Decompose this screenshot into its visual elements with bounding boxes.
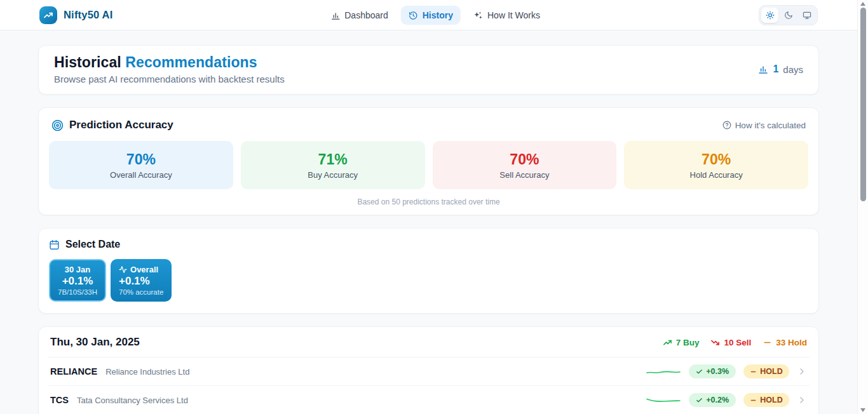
monitor-icon <box>803 11 811 20</box>
nav-label: History <box>423 10 453 20</box>
stat-value: 70% <box>702 151 731 168</box>
calendar-icon <box>49 239 60 250</box>
theme-system-button[interactable] <box>798 8 815 23</box>
stock-name: Reliance Industries Ltd <box>105 367 189 377</box>
check-icon <box>696 397 703 404</box>
accuracy-footnote: Based on 50 predictions tracked over tim… <box>49 197 808 206</box>
change-value: +0.3% <box>706 367 729 376</box>
stock-metrics: +0.2% HOLD <box>646 393 807 407</box>
how-its-calculated-link[interactable]: How it's calculated <box>722 121 806 130</box>
vertical-scrollbar[interactable] <box>857 0 868 414</box>
stat-label: Buy Accuracy <box>308 170 358 180</box>
date-chips-row: 30 Jan +0.1% 7B/10S/33H Overall +0.1% 70… <box>49 259 808 302</box>
nav-item-dashboard[interactable]: Dashboard <box>323 6 396 25</box>
scrollbar-thumb[interactable] <box>860 8 866 201</box>
sun-icon <box>766 11 775 20</box>
chip-detail: 70% accurate <box>119 288 163 296</box>
accuracy-header: Prediction Accuracy How it's calculated <box>49 119 808 131</box>
hold-count-label: 33 Hold <box>776 338 807 347</box>
day-counts: 7 Buy 10 Sell 33 Hold <box>663 338 807 347</box>
check-icon <box>696 368 703 375</box>
chip-title-group: Overall <box>119 265 163 274</box>
page-title: Historical Recommendations <box>54 54 285 71</box>
brand-logo <box>39 6 57 24</box>
stat-label: Sell Accuracy <box>499 170 549 180</box>
chip-date: 30 Jan <box>65 265 90 274</box>
scrollbar-up-arrow[interactable] <box>860 2 865 6</box>
select-date-card: Select Date 30 Jan +0.1% 7B/10S/33H Over… <box>38 228 819 314</box>
stat-sell-accuracy: 70% Sell Accuracy <box>433 141 617 189</box>
target-icon <box>51 119 64 131</box>
stock-row-reliance[interactable]: RELIANCE Reliance Industries Ltd +0.3% <box>48 357 810 386</box>
trending-up-icon <box>43 10 53 20</box>
change-pill: +0.3% <box>689 364 736 378</box>
history-icon <box>409 11 418 20</box>
change-value: +0.2% <box>706 396 729 404</box>
day-date: Thu, 30 Jan, 2025 <box>50 336 140 349</box>
sparkline <box>646 366 681 377</box>
page-header-card: Historical Recommendations Browse past A… <box>38 45 819 95</box>
date-chip-overall[interactable]: Overall +0.1% 70% accurate <box>111 259 172 302</box>
date-chip-30-jan[interactable]: 30 Jan +0.1% 7B/10S/33H <box>49 259 106 302</box>
bar-chart-icon <box>330 11 340 20</box>
sell-count: 10 Sell <box>710 338 751 347</box>
activity-icon <box>119 265 127 274</box>
buy-count-label: 7 Buy <box>676 338 700 347</box>
action-label: HOLD <box>760 396 782 404</box>
action-pill: HOLD <box>743 393 789 407</box>
nav-label: Dashboard <box>344 10 388 20</box>
main-nav: Dashboard History How It Works <box>323 0 548 30</box>
stat-buy-accuracy: 71% Buy Accuracy <box>241 141 425 189</box>
select-date-title: Select Date <box>65 239 120 250</box>
moon-icon <box>784 11 793 20</box>
days-label: days <box>783 64 803 75</box>
recommendations-card: Thu, 30 Jan, 2025 7 Buy 10 Sell <box>38 326 819 414</box>
hold-count: 33 Hold <box>763 338 807 347</box>
brand[interactable]: Nifty50 AI <box>39 6 113 24</box>
chip-detail: 7B/10S/33H <box>58 288 97 296</box>
theme-dark-button[interactable] <box>780 8 797 23</box>
minus-icon <box>763 338 772 347</box>
scrollbar-down-arrow[interactable] <box>860 408 865 412</box>
minus-icon <box>750 397 757 404</box>
help-circle-icon <box>722 121 731 130</box>
stock-symbol: TCS <box>50 395 69 405</box>
stat-value: 70% <box>510 151 539 168</box>
stat-value: 70% <box>126 151 156 168</box>
stock-name: Tata Consultancy Services Ltd <box>77 396 188 405</box>
stat-value: 71% <box>318 151 348 168</box>
minus-icon <box>750 368 757 375</box>
prediction-accuracy-card: Prediction Accuracy How it's calculated … <box>38 107 819 215</box>
sparkline <box>646 394 681 406</box>
stock-info: TCS Tata Consultancy Services Ltd <box>50 395 188 405</box>
how-link-label: How it's calculated <box>735 121 806 130</box>
chevron-right-icon[interactable] <box>797 366 807 377</box>
change-pill: +0.2% <box>689 393 736 407</box>
nav-label: How It Works <box>487 10 540 20</box>
sell-count-label: 10 Sell <box>724 338 751 347</box>
accuracy-stats-row: 70% Overall Accuracy 71% Buy Accuracy 70… <box>49 141 808 189</box>
page-header-text: Historical Recommendations Browse past A… <box>54 54 285 84</box>
page-subtitle: Browse past AI recommendations with back… <box>54 74 285 84</box>
nav-item-how-it-works[interactable]: How It Works <box>466 6 548 25</box>
trending-down-icon <box>710 338 720 347</box>
stock-row-tcs[interactable]: TCS Tata Consultancy Services Ltd +0.2% <box>48 386 810 414</box>
theme-toggle <box>759 5 818 25</box>
page-title-part2: Recommendations <box>125 54 257 70</box>
main-content: Historical Recommendations Browse past A… <box>0 30 857 414</box>
bar-chart-icon <box>758 64 768 74</box>
navbar: Nifty50 AI Dashboard History How It Work… <box>0 0 857 30</box>
app-viewport: Nifty50 AI Dashboard History How It Work… <box>0 0 857 414</box>
stat-label: Hold Accuracy <box>690 170 743 180</box>
page-title-part1: Historical <box>54 54 121 70</box>
stat-label: Overall Accuracy <box>110 170 172 180</box>
days-badge: 1 days <box>758 63 803 75</box>
chip-change: +0.1% <box>62 275 93 288</box>
buy-count: 7 Buy <box>663 338 700 347</box>
action-pill: HOLD <box>743 364 789 378</box>
day-header: Thu, 30 Jan, 2025 7 Buy 10 Sell <box>48 327 810 357</box>
chevron-right-icon[interactable] <box>797 395 807 405</box>
nav-item-history[interactable]: History <box>401 6 461 25</box>
accuracy-title-group: Prediction Accuracy <box>51 119 173 131</box>
theme-light-button[interactable] <box>761 8 778 23</box>
